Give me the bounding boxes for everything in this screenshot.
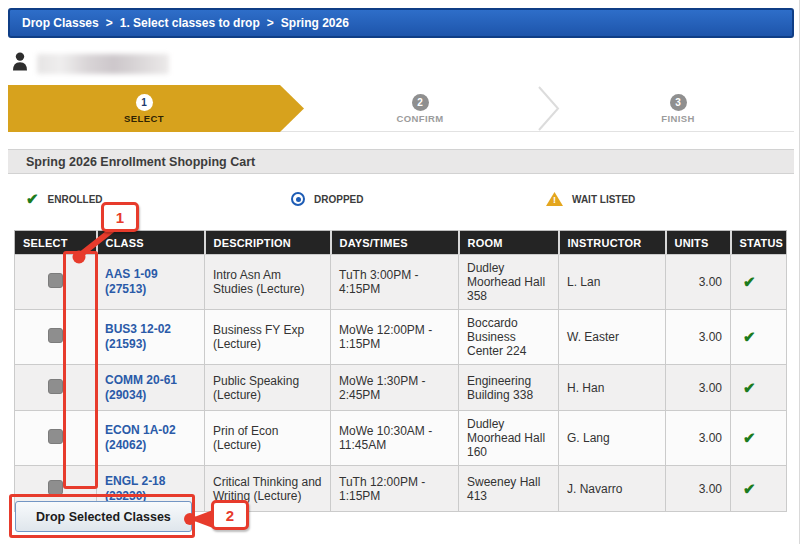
class-link[interactable]: BUS3 12-02(21593) <box>105 322 196 352</box>
units-cell: 3.00 <box>666 255 731 310</box>
class-checkbox[interactable] <box>48 273 63 288</box>
instructor-cell: L. Lan <box>559 255 666 310</box>
legend-waitlisted-label: WAIT LISTED <box>572 194 635 205</box>
select-cell <box>15 310 97 365</box>
description-cell: Business FY Exp (Lecture) <box>205 310 331 365</box>
description-cell: Prin of Econ (Lecture) <box>205 411 331 466</box>
drop-selected-classes-button[interactable]: Drop Selected Classes <box>15 501 192 532</box>
status-cell: ✔ <box>731 466 787 512</box>
description-cell: Critical Thinking and Writing (Lecture) <box>205 466 331 512</box>
status-cell: ✔ <box>731 255 787 310</box>
units-cell: 3.00 <box>666 365 731 411</box>
units-cell: 3.00 <box>666 466 731 512</box>
breadcrumb-item: 1. Select classes to drop <box>120 16 260 30</box>
column-header-description: DESCRIPTION <box>205 231 331 255</box>
instructor-cell: J. Navarro <box>559 466 666 512</box>
shopping-cart-table: SELECTCLASSDESCRIPTIONDAYS/TIMESROOMINST… <box>14 230 787 512</box>
days-times-cell: MoWe 1:30PM - 2:45PM <box>331 365 459 411</box>
redacted-student-name <box>37 54 169 74</box>
cart-title: Spring 2026 Enrollment Shopping Cart <box>26 155 255 169</box>
legend-waitlisted: ! WAIT LISTED <box>546 192 635 206</box>
status-legend: ✔ ENROLLED DROPPED ! WAIT LISTED <box>8 186 794 212</box>
table-row: BUS3 12-02(21593)Business FY Exp (Lectur… <box>15 310 787 365</box>
person-icon <box>12 52 28 75</box>
description-cell: Public Speaking (Lecture) <box>205 365 331 411</box>
user-row <box>12 52 169 75</box>
class-cell: ECON 1A-02(24062) <box>97 411 205 466</box>
column-header-select: SELECT <box>15 231 97 255</box>
select-cell <box>15 255 97 310</box>
legend-dropped-label: DROPPED <box>314 194 363 205</box>
class-link[interactable]: COMM 20-61(29034) <box>105 373 196 403</box>
instructor-cell: W. Easter <box>559 310 666 365</box>
units-cell: 3.00 <box>666 411 731 466</box>
class-checkbox[interactable] <box>48 429 63 444</box>
class-checkbox[interactable] <box>48 379 63 394</box>
days-times-cell: TuTh 3:00PM - 4:15PM <box>331 255 459 310</box>
room-cell: Sweeney Hall 413 <box>459 466 559 512</box>
enrolled-check-icon: ✔ <box>739 480 756 497</box>
room-cell: Engineering Building 338 <box>459 365 559 411</box>
description-cell: Intro Asn Am Studies (Lecture) <box>205 255 331 310</box>
breadcrumb-separator: > <box>267 16 274 30</box>
enrolled-check-icon: ✔ <box>739 429 756 446</box>
days-times-cell: MoWe 10:30AM - 11:45AM <box>331 411 459 466</box>
instructor-cell: H. Han <box>559 365 666 411</box>
table-row: AAS 1-09(27513)Intro Asn Am Studies (Lec… <box>15 255 787 310</box>
class-checkbox[interactable] <box>48 328 63 343</box>
legend-dropped: DROPPED <box>291 192 363 206</box>
days-times-cell: TuTh 12:00PM - 1:15PM <box>331 466 459 512</box>
step-2-label: CONFIRM <box>396 113 443 124</box>
class-link[interactable]: ECON 1A-02(24062) <box>105 423 196 453</box>
instructor-cell: G. Lang <box>559 411 666 466</box>
table-row: COMM 20-61(29034)Public Speaking (Lectur… <box>15 365 787 411</box>
step-select: 1 SELECT <box>8 85 304 132</box>
column-header-room: ROOM <box>459 231 559 255</box>
step-1-label: SELECT <box>124 113 164 124</box>
enrolled-check-icon: ✔ <box>26 192 39 206</box>
class-link[interactable]: ENGL 2-18(23230) <box>105 474 196 504</box>
dropped-circle-dot-icon <box>291 192 305 206</box>
progress-steps: 1 SELECT 2 CONFIRM 3 FINISH <box>8 85 794 132</box>
breadcrumb: Drop Classes>1. Select classes to drop>S… <box>8 8 794 38</box>
class-cell: BUS3 12-02(21593) <box>97 310 205 365</box>
status-cell: ✔ <box>731 310 787 365</box>
table-header-row: SELECTCLASSDESCRIPTIONDAYS/TIMESROOMINST… <box>15 231 787 255</box>
column-header-days-times: DAYS/TIMES <box>331 231 459 255</box>
column-header-instructor: INSTRUCTOR <box>559 231 666 255</box>
status-cell: ✔ <box>731 411 787 466</box>
units-cell: 3.00 <box>666 310 731 365</box>
legend-enrolled-label: ENROLLED <box>48 194 103 205</box>
step-1-badge: 1 <box>136 94 153 111</box>
class-link[interactable]: AAS 1-09(27513) <box>105 267 196 297</box>
status-cell: ✔ <box>731 365 787 411</box>
breadcrumb-separator: > <box>106 16 113 30</box>
class-checkbox[interactable] <box>48 480 63 495</box>
breadcrumb-item: Spring 2026 <box>281 16 349 30</box>
select-cell <box>15 365 97 411</box>
room-cell: Dudley Moorhead Hall 358 <box>459 255 559 310</box>
select-cell <box>15 411 97 466</box>
cart-section-header: Spring 2026 Enrollment Shopping Cart <box>8 149 794 174</box>
column-header-status: STATUS <box>731 231 787 255</box>
enrolled-check-icon: ✔ <box>739 379 756 396</box>
column-header-class: CLASS <box>97 231 205 255</box>
step-finish: 3 FINISH <box>562 85 794 132</box>
table-row: ECON 1A-02(24062)Prin of Econ (Lecture)M… <box>15 411 787 466</box>
chevron-separator-icon <box>536 85 562 132</box>
step-3-label: FINISH <box>661 113 695 124</box>
room-cell: Boccardo Business Center 224 <box>459 310 559 365</box>
legend-enrolled: ✔ ENROLLED <box>26 192 103 206</box>
class-cell: COMM 20-61(29034) <box>97 365 205 411</box>
cart-table-body: AAS 1-09(27513)Intro Asn Am Studies (Lec… <box>15 255 787 512</box>
step-2-badge: 2 <box>412 94 429 111</box>
breadcrumb-item: Drop Classes <box>22 16 99 30</box>
step-confirm: 2 CONFIRM <box>304 85 536 132</box>
enrolled-check-icon: ✔ <box>739 273 756 290</box>
room-cell: Dudley Moorhead Hall 160 <box>459 411 559 466</box>
waitlist-warning-triangle-icon: ! <box>546 192 563 206</box>
drop-classes-page: Drop Classes>1. Select classes to drop>S… <box>0 0 800 544</box>
enrolled-check-icon: ✔ <box>739 328 756 345</box>
class-cell: AAS 1-09(27513) <box>97 255 205 310</box>
days-times-cell: MoWe 12:00PM - 1:15PM <box>331 310 459 365</box>
